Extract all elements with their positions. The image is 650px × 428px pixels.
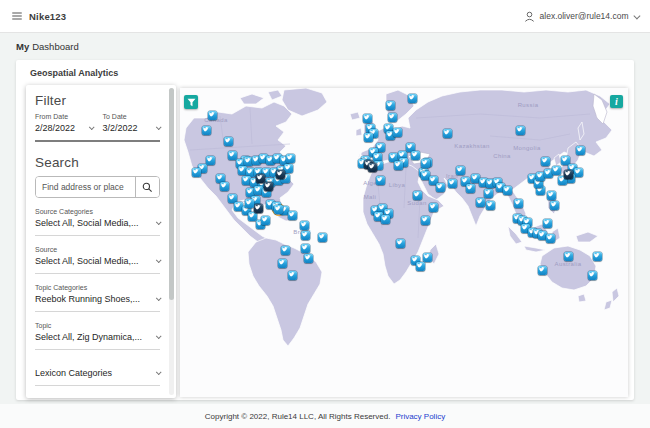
twitter-map-marker[interactable] xyxy=(281,246,290,255)
twitter-map-marker[interactable] xyxy=(386,101,395,110)
search-input[interactable] xyxy=(36,177,135,197)
twitter-map-marker[interactable] xyxy=(301,244,310,253)
twitter-bird-icon xyxy=(413,191,421,199)
twitter-map-marker[interactable] xyxy=(423,253,432,262)
breadcrumb-bold: My xyxy=(16,41,29,52)
twitter-map-marker[interactable] xyxy=(413,191,422,200)
twitter-map-marker[interactable] xyxy=(436,183,445,192)
twitter-map-marker[interactable] xyxy=(456,166,465,175)
twitter-bird-icon xyxy=(381,215,389,223)
twitter-map-marker[interactable] xyxy=(476,198,485,207)
twitter-map-marker[interactable] xyxy=(543,219,552,228)
twitter-bird-icon xyxy=(550,201,558,209)
twitter-map-marker[interactable] xyxy=(538,266,547,275)
twitter-map-marker[interactable] xyxy=(516,126,525,135)
map-info-button[interactable]: i xyxy=(610,95,623,108)
twitter-bird-icon xyxy=(547,191,555,199)
twitter-map-marker[interactable] xyxy=(421,216,430,225)
twitter-bird-icon xyxy=(216,174,224,182)
twitter-bird-icon xyxy=(228,151,236,159)
twitter-map-marker[interactable] xyxy=(364,133,373,142)
twitter-map-marker[interactable] xyxy=(550,201,559,210)
topic-select[interactable]: Select All, Zig Dynamica,... xyxy=(35,332,160,342)
twitter-map-marker[interactable] xyxy=(394,161,403,170)
twitter-map-marker[interactable] xyxy=(421,159,430,168)
map-filter-button[interactable] xyxy=(184,95,198,109)
twitter-map-marker[interactable] xyxy=(381,215,390,224)
twitter-bird-icon xyxy=(576,146,584,154)
twitter-map-marker[interactable] xyxy=(192,168,201,177)
twitter-bird-icon xyxy=(274,205,282,213)
twitter-bird-icon xyxy=(514,199,522,207)
user-menu[interactable]: alex.oliver@rule14.com xyxy=(524,11,638,22)
twitter-map-marker[interactable] xyxy=(264,182,273,191)
copyright-text: Copyright © 2022, Rule14 LLC, All Rights… xyxy=(205,412,391,421)
twitter-map-marker[interactable] xyxy=(546,234,555,243)
twitter-map-marker[interactable] xyxy=(408,94,417,103)
geospatial-map[interactable]: CanadaRussiaKazakhstanMongoliaChinaIranL… xyxy=(180,88,628,397)
twitter-map-marker[interactable] xyxy=(208,111,217,120)
twitter-map-marker[interactable] xyxy=(254,204,263,213)
twitter-bird-icon xyxy=(389,153,397,161)
twitter-map-marker[interactable] xyxy=(503,186,512,195)
menu-icon[interactable] xyxy=(12,12,22,20)
twitter-map-marker[interactable] xyxy=(388,113,397,122)
twitter-map-marker[interactable] xyxy=(593,252,602,261)
filter-scrollbar[interactable] xyxy=(169,88,174,395)
twitter-bird-icon xyxy=(276,170,284,178)
twitter-map-marker[interactable] xyxy=(564,170,573,179)
twitter-map-marker[interactable] xyxy=(288,211,297,220)
twitter-map-marker[interactable] xyxy=(202,126,211,135)
twitter-map-marker[interactable] xyxy=(576,146,585,155)
to-date-select[interactable]: 3/2/2022 xyxy=(103,123,161,133)
twitter-map-marker[interactable] xyxy=(368,163,377,172)
twitter-map-marker[interactable] xyxy=(429,203,438,212)
twitter-map-marker[interactable] xyxy=(574,168,583,177)
topic-categories-select[interactable]: Reebok Running Shoes,... xyxy=(35,294,160,304)
twitter-bird-icon xyxy=(406,143,414,151)
twitter-map-marker[interactable] xyxy=(206,156,215,165)
twitter-map-marker[interactable] xyxy=(484,189,493,198)
privacy-policy-link[interactable]: Privacy Policy xyxy=(395,412,445,421)
twitter-map-marker[interactable] xyxy=(396,239,405,248)
twitter-map-marker[interactable] xyxy=(278,259,287,268)
twitter-bird-icon xyxy=(363,114,371,122)
twitter-map-marker[interactable] xyxy=(411,151,420,160)
twitter-bird-icon xyxy=(288,211,296,219)
source-categories-select[interactable]: Select All, Social Media,... xyxy=(35,218,160,228)
twitter-map-marker[interactable] xyxy=(547,191,556,200)
to-date-label: To Date xyxy=(103,113,161,120)
twitter-map-marker[interactable] xyxy=(514,199,523,208)
twitter-map-marker[interactable] xyxy=(284,164,293,173)
twitter-map-marker[interactable] xyxy=(393,128,402,137)
twitter-map-marker[interactable] xyxy=(448,179,457,188)
twitter-map-marker[interactable] xyxy=(376,176,385,185)
twitter-map-marker[interactable] xyxy=(220,182,229,191)
twitter-bird-icon xyxy=(421,216,429,224)
twitter-map-marker[interactable] xyxy=(261,216,270,225)
twitter-map-marker[interactable] xyxy=(304,254,313,263)
chevron-down-icon xyxy=(156,124,162,130)
twitter-map-marker[interactable] xyxy=(541,157,550,166)
twitter-map-marker[interactable] xyxy=(300,221,309,230)
twitter-map-marker[interactable] xyxy=(245,199,254,208)
twitter-map-marker[interactable] xyxy=(318,233,327,242)
twitter-map-marker[interactable] xyxy=(416,262,425,271)
source-select[interactable]: Select All, Social Media,... xyxy=(35,256,160,266)
twitter-map-marker[interactable] xyxy=(301,231,310,240)
twitter-map-marker[interactable] xyxy=(274,205,283,214)
from-date-select[interactable]: 2/28/2022 xyxy=(35,123,93,133)
search-button[interactable] xyxy=(135,177,159,197)
twitter-map-marker[interactable] xyxy=(363,114,372,123)
twitter-map-marker[interactable] xyxy=(443,129,452,138)
twitter-map-marker[interactable] xyxy=(286,154,295,163)
lexicon-categories-select[interactable]: Lexicon Categories xyxy=(35,368,160,378)
twitter-map-marker[interactable] xyxy=(564,252,573,261)
twitter-map-marker[interactable] xyxy=(276,170,285,179)
twitter-map-marker[interactable] xyxy=(552,166,561,175)
twitter-map-marker[interactable] xyxy=(224,137,233,146)
twitter-map-marker[interactable] xyxy=(486,201,495,210)
twitter-map-marker[interactable] xyxy=(588,271,597,280)
twitter-map-marker[interactable] xyxy=(288,271,297,280)
twitter-map-marker[interactable] xyxy=(466,184,475,193)
